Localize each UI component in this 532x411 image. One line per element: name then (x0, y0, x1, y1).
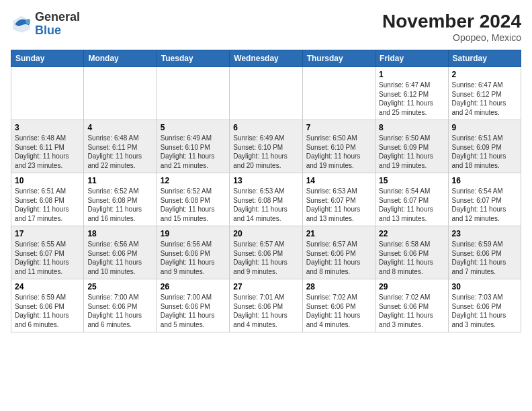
calendar-cell: 28Sunrise: 7:02 AMSunset: 6:06 PMDayligh… (302, 279, 375, 332)
calendar-cell: 6Sunrise: 6:49 AMSunset: 6:10 PMDaylight… (230, 120, 302, 173)
day-info: Sunrise: 6:48 AMSunset: 6:11 PMDaylight:… (15, 134, 80, 170)
page: General Blue November 2024 Opopeo, Mexic… (0, 0, 532, 411)
day-info: Sunrise: 7:03 AMSunset: 6:06 PMDaylight:… (452, 293, 517, 329)
calendar-cell (230, 67, 302, 120)
day-info: Sunrise: 6:49 AMSunset: 6:10 PMDaylight:… (161, 134, 226, 170)
calendar-cell: 2Sunrise: 6:47 AMSunset: 6:12 PMDaylight… (448, 67, 521, 120)
logo: General Blue (11, 11, 80, 38)
day-number: 27 (233, 282, 298, 291)
day-info: Sunrise: 7:01 AMSunset: 6:06 PMDaylight:… (233, 293, 298, 329)
day-number: 8 (379, 123, 444, 132)
day-number: 2 (452, 70, 517, 79)
calendar-cell: 19Sunrise: 6:56 AMSunset: 6:06 PMDayligh… (157, 226, 229, 279)
day-info: Sunrise: 6:56 AMSunset: 6:06 PMDaylight:… (87, 240, 152, 276)
day-info: Sunrise: 7:00 AMSunset: 6:06 PMDaylight:… (87, 293, 152, 329)
day-info: Sunrise: 6:51 AMSunset: 6:09 PMDaylight:… (452, 134, 517, 170)
day-number: 5 (161, 123, 226, 132)
day-number: 19 (161, 229, 226, 238)
day-number: 21 (306, 229, 371, 238)
day-info: Sunrise: 6:53 AMSunset: 6:08 PMDaylight:… (233, 187, 298, 223)
day-number: 1 (379, 70, 444, 79)
calendar-title: November 2024 (382, 11, 521, 32)
day-number: 4 (87, 123, 152, 132)
day-number: 28 (306, 282, 371, 291)
day-number: 23 (452, 229, 517, 238)
day-info: Sunrise: 7:02 AMSunset: 6:06 PMDaylight:… (306, 293, 371, 329)
day-number: 11 (87, 176, 152, 185)
day-number: 22 (379, 229, 444, 238)
week-row-5: 24Sunrise: 6:59 AMSunset: 6:06 PMDayligh… (11, 279, 521, 332)
calendar-cell: 25Sunrise: 7:00 AMSunset: 6:06 PMDayligh… (84, 279, 157, 332)
day-number: 20 (233, 229, 298, 238)
weekday-thursday: Thursday (302, 50, 375, 67)
logo-text: General Blue (35, 11, 80, 38)
day-info: Sunrise: 6:57 AMSunset: 6:06 PMDaylight:… (306, 240, 371, 276)
day-info: Sunrise: 6:59 AMSunset: 6:06 PMDaylight:… (15, 293, 80, 329)
weekday-friday: Friday (375, 50, 448, 67)
calendar-cell: 18Sunrise: 6:56 AMSunset: 6:06 PMDayligh… (84, 226, 157, 279)
week-row-2: 3Sunrise: 6:48 AMSunset: 6:11 PMDaylight… (11, 120, 521, 173)
calendar-cell: 21Sunrise: 6:57 AMSunset: 6:06 PMDayligh… (302, 226, 375, 279)
day-number: 17 (15, 229, 80, 238)
calendar-cell: 17Sunrise: 6:55 AMSunset: 6:07 PMDayligh… (11, 226, 84, 279)
day-info: Sunrise: 6:58 AMSunset: 6:06 PMDaylight:… (379, 240, 444, 276)
day-info: Sunrise: 6:51 AMSunset: 6:08 PMDaylight:… (15, 187, 80, 223)
day-number: 29 (379, 282, 444, 291)
weekday-saturday: Saturday (448, 50, 521, 67)
day-number: 14 (306, 176, 371, 185)
calendar-cell: 30Sunrise: 7:03 AMSunset: 6:06 PMDayligh… (448, 279, 521, 332)
day-number: 15 (379, 176, 444, 185)
calendar-cell: 22Sunrise: 6:58 AMSunset: 6:06 PMDayligh… (375, 226, 448, 279)
logo-icon (11, 13, 32, 35)
calendar-cell: 7Sunrise: 6:50 AMSunset: 6:10 PMDaylight… (302, 120, 375, 173)
calendar-cell: 24Sunrise: 6:59 AMSunset: 6:06 PMDayligh… (11, 279, 84, 332)
calendar-cell: 1Sunrise: 6:47 AMSunset: 6:12 PMDaylight… (375, 67, 448, 120)
calendar-cell: 29Sunrise: 7:02 AMSunset: 6:06 PMDayligh… (375, 279, 448, 332)
calendar-cell: 10Sunrise: 6:51 AMSunset: 6:08 PMDayligh… (11, 173, 84, 226)
day-info: Sunrise: 6:55 AMSunset: 6:07 PMDaylight:… (15, 240, 80, 276)
day-info: Sunrise: 6:48 AMSunset: 6:11 PMDaylight:… (87, 134, 152, 170)
day-info: Sunrise: 6:47 AMSunset: 6:12 PMDaylight:… (379, 81, 444, 117)
calendar-cell (157, 67, 229, 120)
day-number: 25 (87, 282, 152, 291)
day-info: Sunrise: 6:54 AMSunset: 6:07 PMDaylight:… (379, 187, 444, 223)
day-info: Sunrise: 6:50 AMSunset: 6:09 PMDaylight:… (379, 134, 444, 170)
header: General Blue November 2024 Opopeo, Mexic… (11, 11, 521, 43)
day-number: 7 (306, 123, 371, 132)
day-number: 10 (15, 176, 80, 185)
day-info: Sunrise: 6:52 AMSunset: 6:08 PMDaylight:… (161, 187, 226, 223)
day-number: 18 (87, 229, 152, 238)
week-row-1: 1Sunrise: 6:47 AMSunset: 6:12 PMDaylight… (11, 67, 521, 120)
weekday-wednesday: Wednesday (230, 50, 302, 67)
day-info: Sunrise: 6:56 AMSunset: 6:06 PMDaylight:… (161, 240, 226, 276)
calendar-cell: 8Sunrise: 6:50 AMSunset: 6:09 PMDaylight… (375, 120, 448, 173)
day-number: 26 (161, 282, 226, 291)
calendar-cell: 23Sunrise: 6:59 AMSunset: 6:06 PMDayligh… (448, 226, 521, 279)
calendar-cell: 12Sunrise: 6:52 AMSunset: 6:08 PMDayligh… (157, 173, 229, 226)
calendar-cell: 11Sunrise: 6:52 AMSunset: 6:08 PMDayligh… (84, 173, 157, 226)
day-number: 16 (452, 176, 517, 185)
logo-blue: Blue (35, 24, 80, 38)
day-number: 30 (452, 282, 517, 291)
weekday-monday: Monday (84, 50, 157, 67)
calendar-cell: 4Sunrise: 6:48 AMSunset: 6:11 PMDaylight… (84, 120, 157, 173)
calendar-subtitle: Opopeo, Mexico (382, 32, 521, 43)
day-info: Sunrise: 6:53 AMSunset: 6:07 PMDaylight:… (306, 187, 371, 223)
day-info: Sunrise: 6:50 AMSunset: 6:10 PMDaylight:… (306, 134, 371, 170)
weekday-sunday: Sunday (11, 50, 84, 67)
calendar-cell (302, 67, 375, 120)
calendar-cell: 5Sunrise: 6:49 AMSunset: 6:10 PMDaylight… (157, 120, 229, 173)
day-info: Sunrise: 7:00 AMSunset: 6:06 PMDaylight:… (161, 293, 226, 329)
calendar-cell: 26Sunrise: 7:00 AMSunset: 6:06 PMDayligh… (157, 279, 229, 332)
calendar-cell (11, 67, 84, 120)
calendar-table: SundayMondayTuesdayWednesdayThursdayFrid… (11, 50, 521, 332)
day-info: Sunrise: 6:54 AMSunset: 6:07 PMDaylight:… (452, 187, 517, 223)
calendar-cell: 16Sunrise: 6:54 AMSunset: 6:07 PMDayligh… (448, 173, 521, 226)
day-number: 24 (15, 282, 80, 291)
calendar-cell (84, 67, 157, 120)
title-block: November 2024 Opopeo, Mexico (382, 11, 521, 43)
day-number: 6 (233, 123, 298, 132)
day-info: Sunrise: 6:57 AMSunset: 6:06 PMDaylight:… (233, 240, 298, 276)
day-info: Sunrise: 6:59 AMSunset: 6:06 PMDaylight:… (452, 240, 517, 276)
day-number: 3 (15, 123, 80, 132)
